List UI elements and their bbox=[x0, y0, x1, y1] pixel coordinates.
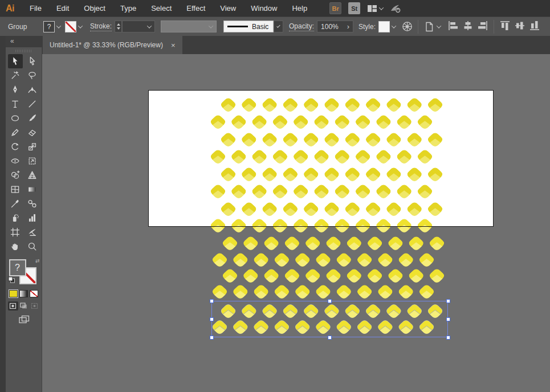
selection-handle[interactable] bbox=[328, 336, 332, 340]
pattern-shape[interactable] bbox=[312, 114, 330, 131]
recolor-artwork-button[interactable] bbox=[402, 21, 413, 32]
pattern-shape[interactable] bbox=[356, 252, 373, 269]
pattern-shape[interactable] bbox=[302, 303, 320, 320]
draw-normal-button[interactable] bbox=[8, 301, 18, 311]
pattern-shape[interactable] bbox=[406, 97, 423, 114]
graphic-style-dropdown[interactable] bbox=[390, 21, 398, 32]
pattern-shape[interactable] bbox=[251, 183, 268, 201]
stroke-weight-select[interactable] bbox=[122, 21, 155, 32]
pattern-shape[interactable] bbox=[376, 319, 394, 336]
pattern-shape[interactable] bbox=[230, 149, 247, 166]
pattern-shape[interactable] bbox=[396, 114, 413, 131]
tool-zoom[interactable] bbox=[25, 239, 40, 254]
document-setup-button[interactable] bbox=[423, 21, 441, 32]
pattern-shape[interactable] bbox=[397, 319, 415, 336]
draw-behind-button[interactable] bbox=[19, 301, 29, 311]
pattern-shape[interactable] bbox=[219, 201, 237, 218]
align-center-button[interactable] bbox=[462, 20, 474, 34]
pattern-shape[interactable] bbox=[240, 166, 258, 183]
pattern-shape[interactable] bbox=[251, 218, 268, 235]
pattern-shape[interactable] bbox=[354, 218, 372, 235]
pattern-shape[interactable] bbox=[230, 114, 247, 131]
stroke-color-dropdown[interactable] bbox=[76, 21, 84, 32]
tool-magic-wand[interactable] bbox=[8, 68, 23, 83]
pattern-shape[interactable] bbox=[323, 132, 340, 149]
pattern-shape[interactable] bbox=[221, 268, 239, 285]
pattern-shape[interactable] bbox=[283, 235, 301, 252]
pattern-shape[interactable] bbox=[294, 319, 311, 336]
stock-button[interactable]: St bbox=[348, 2, 360, 14]
pattern-shape[interactable] bbox=[333, 149, 351, 166]
pattern-shape[interactable] bbox=[251, 149, 268, 166]
pattern-shape[interactable] bbox=[406, 303, 423, 320]
pattern-shape[interactable] bbox=[406, 132, 423, 149]
pattern-shape[interactable] bbox=[374, 183, 392, 201]
selection-handle[interactable] bbox=[446, 336, 450, 340]
pattern-shape[interactable] bbox=[396, 218, 413, 235]
stroke-color-swatch[interactable] bbox=[65, 21, 76, 32]
tool-ellipse[interactable] bbox=[8, 111, 23, 125]
bridge-button[interactable]: Br bbox=[329, 2, 341, 14]
pattern-shape[interactable] bbox=[252, 252, 270, 269]
collapse-panel-button[interactable]: « bbox=[6, 36, 42, 47]
pattern-shape[interactable] bbox=[376, 284, 394, 301]
pattern-shape[interactable] bbox=[314, 319, 332, 336]
tool-scale[interactable] bbox=[25, 140, 40, 154]
pattern-shape[interactable] bbox=[252, 319, 270, 336]
pattern-shape[interactable] bbox=[344, 166, 361, 183]
menu-item-help[interactable]: Help bbox=[284, 0, 315, 17]
tool-selection[interactable] bbox=[8, 54, 23, 68]
pattern-shape[interactable] bbox=[312, 218, 330, 235]
pattern-shape[interactable] bbox=[304, 235, 321, 252]
pattern-shape[interactable] bbox=[397, 252, 415, 269]
tool-column-graph[interactable] bbox=[25, 211, 40, 225]
menu-item-object[interactable]: Object bbox=[76, 0, 113, 17]
pattern-shape[interactable] bbox=[418, 284, 435, 301]
gradient-fill-button[interactable] bbox=[19, 290, 28, 297]
pattern-shape[interactable] bbox=[273, 319, 291, 336]
selection-handle[interactable] bbox=[446, 299, 450, 303]
selection-handle[interactable] bbox=[210, 299, 214, 303]
pattern-shape[interactable] bbox=[251, 114, 268, 131]
swap-fill-stroke-icon[interactable]: ⇄ bbox=[35, 258, 40, 264]
pattern-shape[interactable] bbox=[282, 166, 299, 183]
pattern-shape[interactable] bbox=[271, 149, 289, 166]
pattern-shape[interactable] bbox=[406, 201, 423, 218]
tool-lasso[interactable] bbox=[25, 68, 40, 83]
pattern-shape[interactable] bbox=[302, 97, 320, 114]
pattern-shape[interactable] bbox=[294, 284, 311, 301]
pattern-shape[interactable] bbox=[426, 201, 444, 218]
tool-pencil[interactable] bbox=[8, 125, 23, 140]
selection-handle[interactable] bbox=[328, 299, 332, 303]
pattern-shape[interactable] bbox=[209, 114, 227, 131]
screen-mode-button[interactable] bbox=[18, 315, 30, 326]
pattern-shape[interactable] bbox=[344, 97, 361, 114]
pattern-shape[interactable] bbox=[323, 97, 340, 114]
selection-handle[interactable] bbox=[446, 317, 450, 321]
tool-pen[interactable] bbox=[8, 83, 23, 97]
pattern-shape[interactable] bbox=[282, 303, 299, 320]
menu-item-edit[interactable]: Edit bbox=[49, 0, 76, 17]
pattern-shape[interactable] bbox=[354, 149, 372, 166]
tool-rotate[interactable] bbox=[8, 140, 23, 154]
pattern-shape[interactable] bbox=[292, 183, 309, 201]
pattern-shape[interactable] bbox=[282, 132, 299, 149]
pattern-shape[interactable] bbox=[386, 235, 404, 252]
pattern-shape[interactable] bbox=[385, 166, 402, 183]
pattern-shape[interactable] bbox=[261, 201, 279, 218]
tool-shape-builder[interactable] bbox=[8, 168, 23, 182]
pattern-shape[interactable] bbox=[242, 235, 259, 252]
tool-type[interactable] bbox=[8, 97, 23, 111]
pattern-shape[interactable] bbox=[312, 149, 330, 166]
menu-item-select[interactable]: Select bbox=[144, 0, 179, 17]
pattern-shape[interactable] bbox=[396, 149, 413, 166]
pattern-shape[interactable] bbox=[271, 218, 289, 235]
pattern-shape[interactable] bbox=[374, 114, 392, 131]
pattern-shape[interactable] bbox=[252, 284, 270, 301]
align-top-button[interactable] bbox=[499, 20, 511, 34]
graphic-style-swatch[interactable] bbox=[378, 21, 390, 32]
pattern-shape[interactable] bbox=[345, 235, 363, 252]
pattern-shape[interactable] bbox=[418, 252, 435, 269]
pattern-shape[interactable] bbox=[426, 97, 444, 114]
pattern-shape[interactable] bbox=[230, 218, 247, 235]
